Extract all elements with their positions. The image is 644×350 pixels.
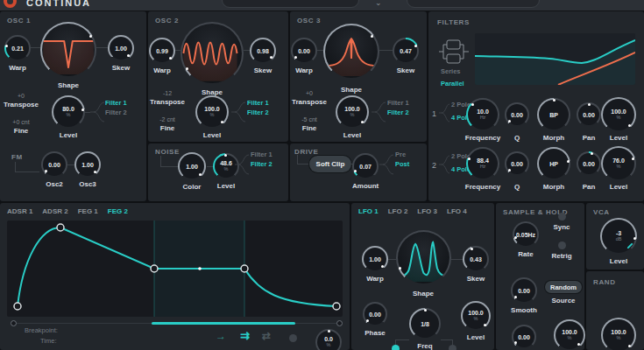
- osc1-shape-label: Shape: [58, 81, 79, 89]
- noise-filter2-toggle[interactable]: Filter 2: [251, 160, 272, 168]
- osc3-title: OSC 3: [297, 17, 321, 24]
- osc3-shape-display[interactable]: [323, 24, 379, 80]
- filter-response-display[interactable]: [475, 33, 635, 85]
- lfo-warp-knob[interactable]: 1.00 Warp: [362, 246, 388, 283]
- osc3-filter2-toggle[interactable]: Filter 2: [387, 108, 409, 116]
- filter2-level-label: Level: [610, 183, 627, 191]
- filter1-q-label: Q: [514, 134, 520, 142]
- osc1-shape-display[interactable]: [40, 22, 96, 78]
- drive-post-toggle[interactable]: Post: [395, 160, 409, 168]
- osc3-level-knob[interactable]: 100.0% Level: [336, 95, 369, 139]
- osc2-shape-display[interactable]: [180, 22, 244, 85]
- sh-random-source-button[interactable]: Random: [545, 281, 582, 293]
- osc2-filter2-toggle[interactable]: Filter 2: [247, 108, 269, 116]
- osc1-fm-osc3-knob[interactable]: 1.00 Osc3: [74, 151, 101, 188]
- osc3-fine[interactable]: -5 cnt Fine: [290, 116, 329, 132]
- filter1-morph-knob[interactable]: BP: [537, 98, 570, 131]
- loop-forward-icon[interactable]: ⇉: [240, 330, 250, 341]
- osc1-skew-knob[interactable]: 1.00 Skew: [108, 35, 134, 72]
- osc2-warp-knob[interactable]: 0.99 Warp: [149, 38, 175, 74]
- sh-retrig-button[interactable]: [558, 242, 566, 249]
- lfo-freq-hz-toggle[interactable]: [392, 345, 400, 350]
- filter2-pan-knob[interactable]: 0.00: [577, 151, 601, 176]
- pole-bracket: [439, 102, 449, 124]
- osc2-transpose[interactable]: -12 Transpose: [148, 90, 187, 106]
- osc1-warp-knob[interactable]: 0.21 Warp: [4, 35, 31, 72]
- filters-title: FILTERS: [437, 18, 470, 26]
- parallel-routing-icon[interactable]: [439, 38, 469, 66]
- rand-amount-knob[interactable]: 100.0%: [601, 318, 636, 350]
- sh-sync-button[interactable]: [558, 213, 566, 220]
- preset-browser[interactable]: [222, 0, 359, 8]
- sh-rate-knob[interactable]: 0.05Hz Rate: [513, 221, 539, 258]
- drive-amount-knob[interactable]: 0.07 Amount: [352, 153, 379, 190]
- filter2-q-knob[interactable]: 0.00: [505, 151, 529, 176]
- tab-lfo-4[interactable]: LFO 4: [447, 207, 467, 215]
- sh-smooth-knob[interactable]: 0.00 Smooth: [511, 277, 537, 314]
- envelope-scroll-right-handle[interactable]: [336, 320, 343, 326]
- osc1-filter1-toggle[interactable]: Filter 1: [105, 99, 127, 107]
- envelope-scroll-left-handle[interactable]: [11, 320, 17, 326]
- lfo-phase-knob[interactable]: 0.00 Phase: [363, 302, 387, 337]
- drive-mode-button[interactable]: Soft Clip: [309, 156, 351, 172]
- vca-level-knob[interactable]: -3dB: [600, 218, 637, 255]
- filter1-q-knob[interactable]: 0.00: [505, 102, 529, 127]
- loop-single-icon[interactable]: →: [216, 331, 226, 341]
- routing-parallel-toggle[interactable]: Parallel: [441, 80, 464, 88]
- osc3-filter-routing: Filter 1 Filter 2: [387, 97, 409, 118]
- tab-lfo-3[interactable]: LFO 3: [417, 207, 437, 215]
- osc2-level-knob[interactable]: 100.0% Level: [195, 95, 229, 139]
- tab-feg-2[interactable]: FEG 2: [108, 207, 128, 215]
- osc3-warp-knob[interactable]: 0.00 Warp: [291, 38, 317, 74]
- envelope-editor[interactable]: [7, 220, 343, 317]
- osc2-skew-knob[interactable]: 0.98 Skew: [250, 38, 276, 74]
- lfo-panel: LFO 1LFO 2LFO 3LFO 4 1.00 Warp 0.43 Skew…: [351, 203, 494, 350]
- rand-panel: RAND 100.0%: [586, 271, 644, 350]
- filter-route-bracket: [235, 151, 249, 178]
- lfo-skew-knob[interactable]: 0.43 Skew: [463, 246, 489, 283]
- filter2-frequency-knob[interactable]: 88.4Hz: [466, 147, 499, 180]
- osc3-filter1-toggle[interactable]: Filter 1: [387, 99, 409, 107]
- osc3-transpose[interactable]: +0 Transpose: [290, 90, 329, 106]
- tab-adsr-1[interactable]: ADSR 1: [7, 207, 32, 215]
- routing-series-toggle[interactable]: Series: [441, 67, 461, 75]
- noise-color-knob[interactable]: 1.00 Color: [178, 152, 206, 191]
- osc2-filter-routing: Filter 1 Filter 2: [247, 97, 269, 118]
- filter1-level-knob[interactable]: 100.0%: [601, 97, 636, 132]
- noise-filter1-toggle[interactable]: Filter 1: [251, 150, 272, 158]
- filter2-level-knob[interactable]: 76.0%: [601, 146, 636, 181]
- osc2-panel: OSC 2 0.99 Warp 0.98 Skew Shape -12 Tran…: [148, 11, 288, 142]
- tab-feg-1[interactable]: FEG 1: [78, 207, 98, 215]
- osc1-fm-title: FM: [11, 153, 23, 161]
- loop-pingpong-icon[interactable]: ⇄: [262, 331, 271, 341]
- osc1-level-knob[interactable]: 80.0% Level: [52, 95, 85, 139]
- osc3-shape-label: Shape: [341, 86, 362, 94]
- osc3-skew-knob[interactable]: 0.47 Skew: [393, 38, 419, 74]
- lfo-freq-sync-toggle[interactable]: [449, 345, 456, 350]
- envelope-depth-knob[interactable]: 0.0%: [315, 329, 342, 350]
- tab-lfo-2[interactable]: LFO 2: [388, 207, 408, 215]
- osc2-fine[interactable]: -2 cnt Fine: [148, 116, 187, 132]
- chevron-down-icon[interactable]: ⌄: [375, 0, 382, 7]
- osc2-filter1-toggle[interactable]: Filter 1: [247, 99, 269, 107]
- header-display[interactable]: [407, 0, 540, 8]
- envelope-zoom-scrollbar[interactable]: [152, 322, 295, 325]
- sh-slew-knob[interactable]: 0.00: [512, 325, 536, 349]
- tab-adsr-2[interactable]: ADSR 2: [42, 207, 67, 215]
- envelope-tabs: ADSR 1ADSR 2FEG 1FEG 2: [7, 207, 128, 215]
- osc1-fm-osc2-knob[interactable]: 0.00 Osc2: [41, 151, 67, 188]
- lfo-level-knob[interactable]: 100.0% Level: [461, 301, 491, 341]
- osc1-filter2-toggle[interactable]: Filter 2: [105, 108, 127, 116]
- noise-filter-routing: Filter 1 Filter 2: [251, 149, 272, 170]
- sh-level-knob[interactable]: 100.0%: [554, 319, 585, 350]
- tab-lfo-1[interactable]: LFO 1: [358, 207, 379, 215]
- drive-pre-toggle[interactable]: Pre: [395, 150, 409, 158]
- osc1-fine[interactable]: +0 cnt Fine: [0, 119, 42, 135]
- lfo-shape-display[interactable]: [396, 230, 451, 285]
- filter2-morph-knob[interactable]: HP: [537, 147, 570, 180]
- envelope-option-button[interactable]: [289, 334, 297, 342]
- filter1-pan-knob[interactable]: 0.00: [577, 102, 601, 127]
- lfo-freq-knob[interactable]: 1/8 Freq: [409, 308, 441, 350]
- osc1-transpose[interactable]: +0 Transpose: [0, 93, 42, 108]
- filter1-frequency-knob[interactable]: 10.0Hz: [466, 98, 499, 131]
